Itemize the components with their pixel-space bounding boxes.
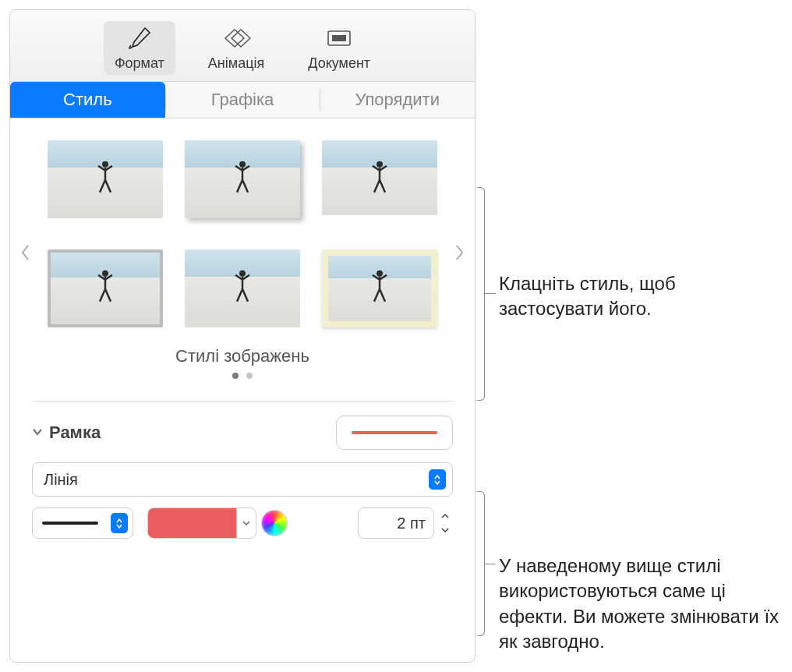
callout-leader bbox=[485, 564, 496, 564]
color-swatch bbox=[148, 508, 237, 538]
frame-controls-row bbox=[32, 508, 453, 539]
animation-icon bbox=[221, 24, 252, 52]
select-arrows-icon bbox=[429, 469, 446, 490]
segmented-tabs: Стиль Графіка Упорядити bbox=[10, 82, 475, 118]
color-swatch-select[interactable] bbox=[147, 508, 256, 539]
tab-style[interactable]: Стиль bbox=[10, 82, 165, 118]
paintbrush-icon bbox=[124, 24, 155, 52]
line-style-select[interactable] bbox=[32, 508, 133, 539]
style-thumbnail[interactable] bbox=[322, 249, 437, 327]
frame-type-value: Лінія bbox=[44, 471, 78, 489]
color-wheel-button[interactable] bbox=[261, 510, 288, 536]
stepper-up-button[interactable] bbox=[437, 509, 453, 523]
styles-grid bbox=[19, 140, 465, 341]
frame-preview-line bbox=[352, 431, 437, 434]
inspector-panel: Формат Анімація Документ Стиль Графіка bbox=[9, 9, 476, 663]
frame-header: Рамка bbox=[32, 416, 453, 450]
callout-text: Клацніть стиль, щоб застосувати його. bbox=[499, 271, 780, 322]
chevron-down-icon bbox=[32, 426, 43, 439]
line-sample-icon bbox=[42, 522, 98, 525]
animation-toolbar-item[interactable]: Анімація bbox=[197, 21, 275, 75]
page-dot[interactable] bbox=[232, 373, 239, 379]
select-arrows-icon bbox=[111, 513, 128, 533]
styles-next-button[interactable] bbox=[450, 237, 470, 268]
style-thumbnail[interactable] bbox=[185, 249, 300, 327]
frame-type-select[interactable]: Лінія bbox=[32, 462, 453, 497]
stepper-down-button[interactable] bbox=[437, 523, 453, 537]
page-dots bbox=[19, 373, 465, 379]
style-thumbnail[interactable] bbox=[48, 140, 163, 218]
svg-point-7 bbox=[377, 271, 383, 277]
document-toolbar-item[interactable]: Документ bbox=[297, 21, 381, 75]
svg-point-3 bbox=[239, 161, 246, 168]
frame-section-label: Рамка bbox=[49, 423, 101, 443]
frame-disclosure[interactable]: Рамка bbox=[32, 423, 101, 443]
border-width-control bbox=[358, 508, 453, 539]
top-toolbar: Формат Анімація Документ bbox=[10, 10, 475, 82]
svg-rect-1 bbox=[332, 35, 346, 41]
frame-style-preview[interactable] bbox=[336, 416, 453, 450]
color-controls bbox=[147, 508, 288, 539]
svg-point-6 bbox=[239, 271, 246, 277]
frame-section: Рамка Лінія bbox=[10, 401, 475, 548]
callout-bracket bbox=[477, 491, 485, 636]
svg-point-4 bbox=[377, 161, 383, 168]
format-label: Формат bbox=[115, 55, 164, 72]
chevron-down-icon bbox=[237, 520, 256, 526]
styles-prev-button[interactable] bbox=[15, 237, 35, 268]
stepper-buttons bbox=[437, 509, 453, 537]
callout-text: У наведеному вище стилі використовуються… bbox=[499, 554, 786, 655]
image-styles-area: Стилі зображень bbox=[10, 118, 475, 387]
animation-label: Анімація bbox=[208, 55, 264, 72]
page-dot[interactable] bbox=[246, 373, 253, 379]
document-label: Документ bbox=[308, 55, 370, 72]
tab-graphic[interactable]: Графіка bbox=[165, 82, 320, 118]
style-thumbnail[interactable] bbox=[322, 140, 437, 218]
tab-arrange[interactable]: Упорядити bbox=[320, 82, 475, 118]
border-width-field[interactable] bbox=[358, 508, 434, 539]
svg-point-5 bbox=[102, 271, 108, 277]
svg-point-2 bbox=[102, 161, 108, 168]
style-thumbnail[interactable] bbox=[48, 249, 163, 327]
callout-bracket bbox=[477, 187, 485, 401]
document-icon bbox=[324, 24, 355, 52]
style-thumbnail[interactable] bbox=[185, 140, 300, 218]
styles-section-title: Стилі зображень bbox=[19, 346, 465, 366]
callout-leader bbox=[485, 293, 496, 294]
format-toolbar-item[interactable]: Формат bbox=[104, 21, 175, 75]
